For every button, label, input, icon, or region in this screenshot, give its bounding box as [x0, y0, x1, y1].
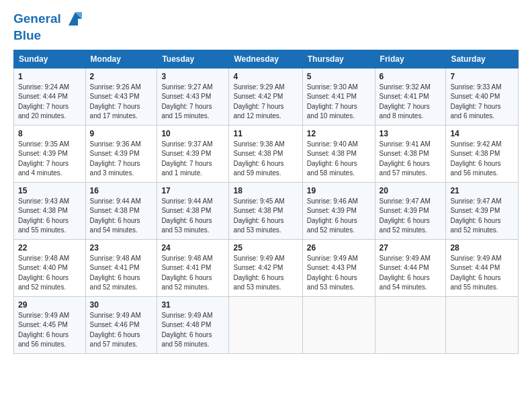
day-info: Sunrise: 9:48 AMSunset: 4:40 PMDaylight:… — [18, 254, 81, 293]
day-number: 31 — [161, 300, 224, 310]
day-info: Sunrise: 9:27 AMSunset: 4:43 PMDaylight:… — [161, 83, 224, 122]
day-info: Sunrise: 9:37 AMSunset: 4:39 PMDaylight:… — [161, 140, 224, 179]
day-cell: 18Sunrise: 9:45 AMSunset: 4:38 PMDayligh… — [229, 182, 302, 239]
day-number: 9 — [90, 129, 153, 138]
day-cell: 26Sunrise: 9:49 AMSunset: 4:43 PMDayligh… — [302, 239, 375, 296]
day-info: Sunrise: 9:48 AMSunset: 4:41 PMDaylight:… — [90, 254, 153, 293]
day-cell: 17Sunrise: 9:44 AMSunset: 4:38 PMDayligh… — [157, 182, 229, 239]
day-cell: 14Sunrise: 9:42 AMSunset: 4:38 PMDayligh… — [446, 125, 519, 182]
day-number: 3 — [161, 72, 224, 81]
day-number: 11 — [233, 129, 298, 138]
day-cell: 20Sunrise: 9:47 AMSunset: 4:39 PMDayligh… — [375, 182, 446, 239]
day-info: Sunrise: 9:41 AMSunset: 4:38 PMDaylight:… — [380, 140, 442, 179]
day-number: 5 — [307, 72, 371, 81]
day-number: 27 — [380, 243, 442, 253]
day-number: 14 — [450, 129, 514, 138]
calendar-table: SundayMondayTuesdayWednesdayThursdayFrid… — [13, 50, 519, 354]
day-info: Sunrise: 9:35 AMSunset: 4:39 PMDaylight:… — [18, 140, 81, 179]
day-cell: 30Sunrise: 9:49 AMSunset: 4:46 PMDayligh… — [85, 296, 157, 353]
day-info: Sunrise: 9:49 AMSunset: 4:45 PMDaylight:… — [18, 311, 81, 350]
day-info: Sunrise: 9:24 AMSunset: 4:44 PMDaylight:… — [18, 83, 81, 122]
weekday-tuesday: Tuesday — [157, 50, 229, 68]
weekday-wednesday: Wednesday — [229, 50, 302, 68]
day-info: Sunrise: 9:32 AMSunset: 4:41 PMDaylight:… — [380, 83, 442, 122]
day-cell: 2Sunrise: 9:26 AMSunset: 4:43 PMDaylight… — [85, 68, 157, 125]
day-number: 19 — [307, 186, 371, 195]
day-number: 25 — [233, 243, 298, 253]
day-info: Sunrise: 9:49 AMSunset: 4:44 PMDaylight:… — [450, 254, 514, 293]
day-info: Sunrise: 9:43 AMSunset: 4:38 PMDaylight:… — [18, 197, 81, 236]
day-number: 21 — [450, 186, 514, 195]
day-number: 4 — [233, 72, 298, 81]
day-info: Sunrise: 9:47 AMSunset: 4:39 PMDaylight:… — [380, 197, 442, 236]
day-info: Sunrise: 9:26 AMSunset: 4:43 PMDaylight:… — [90, 83, 153, 122]
day-info: Sunrise: 9:49 AMSunset: 4:48 PMDaylight:… — [161, 311, 224, 350]
weekday-monday: Monday — [85, 50, 157, 68]
page: General Blue SundayMondayTuesdayWednesda… — [0, 0, 532, 411]
header: General Blue — [13, 11, 519, 43]
day-number: 30 — [90, 300, 153, 310]
day-cell: 22Sunrise: 9:48 AMSunset: 4:40 PMDayligh… — [14, 239, 86, 296]
weekday-thursday: Thursday — [302, 50, 375, 68]
day-cell: 23Sunrise: 9:48 AMSunset: 4:41 PMDayligh… — [85, 239, 157, 296]
day-info: Sunrise: 9:44 AMSunset: 4:38 PMDaylight:… — [161, 197, 224, 236]
day-info: Sunrise: 9:47 AMSunset: 4:39 PMDaylight:… — [450, 197, 514, 236]
day-info: Sunrise: 9:29 AMSunset: 4:42 PMDaylight:… — [233, 83, 298, 122]
day-info: Sunrise: 9:36 AMSunset: 4:39 PMDaylight:… — [90, 140, 153, 179]
logo-general: General — [13, 11, 61, 26]
day-number: 22 — [18, 243, 81, 253]
day-cell: 10Sunrise: 9:37 AMSunset: 4:39 PMDayligh… — [157, 125, 229, 182]
day-info: Sunrise: 9:38 AMSunset: 4:38 PMDaylight:… — [233, 140, 298, 179]
day-cell: 8Sunrise: 9:35 AMSunset: 4:39 PMDaylight… — [14, 125, 86, 182]
day-cell: 5Sunrise: 9:30 AMSunset: 4:41 PMDaylight… — [302, 68, 375, 125]
day-info: Sunrise: 9:49 AMSunset: 4:46 PMDaylight:… — [90, 311, 153, 350]
day-number: 18 — [233, 186, 298, 195]
day-cell — [302, 296, 375, 353]
day-info: Sunrise: 9:48 AMSunset: 4:41 PMDaylight:… — [161, 254, 224, 293]
day-cell: 11Sunrise: 9:38 AMSunset: 4:38 PMDayligh… — [229, 125, 302, 182]
week-row-5: 29Sunrise: 9:49 AMSunset: 4:45 PMDayligh… — [14, 296, 519, 353]
day-info: Sunrise: 9:46 AMSunset: 4:39 PMDaylight:… — [307, 197, 371, 236]
day-number: 13 — [380, 129, 442, 138]
day-number: 24 — [161, 243, 224, 253]
day-cell: 15Sunrise: 9:43 AMSunset: 4:38 PMDayligh… — [14, 182, 86, 239]
day-cell — [375, 296, 446, 353]
day-cell: 7Sunrise: 9:33 AMSunset: 4:40 PMDaylight… — [446, 68, 519, 125]
day-cell: 27Sunrise: 9:49 AMSunset: 4:44 PMDayligh… — [375, 239, 446, 296]
day-number: 2 — [90, 72, 153, 81]
day-info: Sunrise: 9:44 AMSunset: 4:38 PMDaylight:… — [90, 197, 153, 236]
day-number: 29 — [18, 300, 81, 310]
week-row-4: 22Sunrise: 9:48 AMSunset: 4:40 PMDayligh… — [14, 239, 519, 296]
weekday-saturday: Saturday — [446, 50, 519, 68]
day-cell: 4Sunrise: 9:29 AMSunset: 4:42 PMDaylight… — [229, 68, 302, 125]
weekday-friday: Friday — [375, 50, 446, 68]
day-number: 26 — [307, 243, 371, 253]
day-number: 8 — [18, 129, 81, 138]
day-cell: 6Sunrise: 9:32 AMSunset: 4:41 PMDaylight… — [375, 68, 446, 125]
day-info: Sunrise: 9:45 AMSunset: 4:38 PMDaylight:… — [233, 197, 298, 236]
day-number: 10 — [161, 129, 224, 138]
weekday-sunday: Sunday — [14, 50, 86, 68]
day-number: 15 — [18, 186, 81, 195]
day-cell: 31Sunrise: 9:49 AMSunset: 4:48 PMDayligh… — [157, 296, 229, 353]
day-info: Sunrise: 9:40 AMSunset: 4:38 PMDaylight:… — [307, 140, 371, 179]
day-cell: 29Sunrise: 9:49 AMSunset: 4:45 PMDayligh… — [14, 296, 86, 353]
day-number: 20 — [380, 186, 442, 195]
day-number: 12 — [307, 129, 371, 138]
day-cell: 28Sunrise: 9:49 AMSunset: 4:44 PMDayligh… — [446, 239, 519, 296]
day-info: Sunrise: 9:49 AMSunset: 4:44 PMDaylight:… — [380, 254, 442, 293]
day-cell: 24Sunrise: 9:48 AMSunset: 4:41 PMDayligh… — [157, 239, 229, 296]
day-cell — [446, 296, 519, 353]
day-number: 17 — [161, 186, 224, 195]
day-number: 7 — [450, 72, 514, 81]
day-info: Sunrise: 9:49 AMSunset: 4:43 PMDaylight:… — [307, 254, 371, 293]
day-cell: 12Sunrise: 9:40 AMSunset: 4:38 PMDayligh… — [302, 125, 375, 182]
day-number: 16 — [90, 186, 153, 195]
day-cell: 3Sunrise: 9:27 AMSunset: 4:43 PMDaylight… — [157, 68, 229, 125]
day-cell: 19Sunrise: 9:46 AMSunset: 4:39 PMDayligh… — [302, 182, 375, 239]
logo-blue: Blue — [13, 28, 85, 43]
day-info: Sunrise: 9:33 AMSunset: 4:40 PMDaylight:… — [450, 83, 514, 122]
day-info: Sunrise: 9:49 AMSunset: 4:42 PMDaylight:… — [233, 254, 298, 293]
day-number: 28 — [450, 243, 514, 253]
day-cell: 1Sunrise: 9:24 AMSunset: 4:44 PMDaylight… — [14, 68, 86, 125]
